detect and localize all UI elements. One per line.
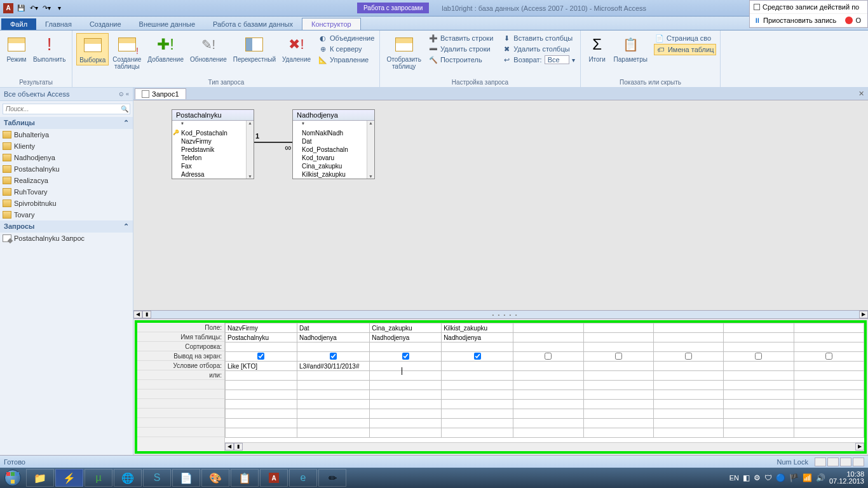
grid-cell[interactable] bbox=[513, 333, 583, 342]
grid-cell[interactable]: Postachalnyku bbox=[226, 333, 297, 342]
grid-scroll-h[interactable]: ◀▮ ▶ bbox=[225, 442, 864, 451]
tab-home[interactable]: Главная bbox=[36, 18, 81, 30]
grid-cell[interactable] bbox=[653, 371, 723, 381]
save-icon[interactable]: 💾 bbox=[15, 3, 27, 14]
grid-cell[interactable] bbox=[442, 409, 513, 419]
grid-cell[interactable] bbox=[724, 390, 794, 400]
show-checkbox[interactable] bbox=[257, 353, 264, 360]
grid-cell[interactable] bbox=[370, 419, 442, 428]
grid-cell[interactable] bbox=[653, 409, 723, 419]
search-input[interactable] bbox=[3, 104, 130, 114]
task-skype[interactable]: S bbox=[143, 469, 171, 487]
grid-cell[interactable] bbox=[513, 428, 583, 438]
view-button[interactable]: Режим bbox=[4, 33, 29, 64]
grid-cell[interactable]: Cina_zakupku bbox=[370, 323, 442, 333]
append-button[interactable]: ✚!Добавление bbox=[145, 33, 186, 64]
grid-cell[interactable] bbox=[794, 428, 864, 438]
grid-cell[interactable] bbox=[724, 428, 794, 438]
grid-cell[interactable] bbox=[794, 409, 864, 419]
grid-cell[interactable] bbox=[370, 390, 442, 400]
tray-icon-4[interactable]: 🔵 bbox=[776, 473, 785, 482]
grid-cell[interactable] bbox=[513, 323, 583, 333]
table-field[interactable]: Kilkist_zakupku bbox=[293, 170, 374, 179]
grid-cell[interactable] bbox=[226, 381, 297, 390]
grid-cell[interactable] bbox=[794, 400, 864, 409]
table-field[interactable]: Cina_zakupku bbox=[293, 162, 374, 170]
grid-cell[interactable] bbox=[226, 371, 297, 381]
grid-cell[interactable] bbox=[724, 352, 794, 362]
grid-cell[interactable] bbox=[583, 323, 653, 333]
clock[interactable]: 10:38 07.12.2013 bbox=[829, 471, 864, 485]
table-names-button[interactable]: 🏷Имена таблиц bbox=[654, 44, 717, 55]
union-button[interactable]: ◐Объединение bbox=[317, 33, 376, 43]
grid-cell[interactable] bbox=[653, 381, 723, 390]
show-checkbox[interactable] bbox=[330, 353, 337, 360]
grid-cell[interactable] bbox=[226, 409, 297, 419]
redo-icon[interactable]: ↷▾ bbox=[41, 3, 52, 14]
grid-cell[interactable]: L3#and#30/11/2013# bbox=[297, 362, 369, 371]
table-box-nadhodjenya[interactable]: Nadhodjenya *NomNaklNadhDatKod_Postachal… bbox=[292, 109, 375, 179]
grid-cell[interactable] bbox=[794, 419, 864, 428]
grid-cell[interactable] bbox=[653, 362, 723, 371]
run-button[interactable]: !Выполнить bbox=[31, 33, 68, 64]
grid-cell[interactable] bbox=[442, 428, 513, 438]
scroll-right-icon[interactable]: ▶ bbox=[859, 311, 868, 318]
queries-section-header[interactable]: Запросы⌃ bbox=[0, 220, 133, 233]
grid-cell[interactable] bbox=[297, 409, 369, 419]
grid-cell[interactable] bbox=[442, 342, 513, 352]
scrollbar[interactable] bbox=[367, 121, 374, 179]
tray-volume-icon[interactable]: 🔊 bbox=[816, 473, 825, 482]
grid-cell[interactable] bbox=[513, 390, 583, 400]
delete-cols-button[interactable]: ✖Удалить столбцы bbox=[501, 44, 576, 54]
grid-cell[interactable] bbox=[794, 323, 864, 333]
grid-cell[interactable] bbox=[724, 409, 794, 419]
grid-cell[interactable]: NazvFirmy bbox=[226, 323, 297, 333]
grid-cell[interactable] bbox=[794, 342, 864, 352]
nav-table-item[interactable]: Realizacya bbox=[0, 175, 133, 186]
grid-cell[interactable] bbox=[226, 352, 297, 362]
table-field[interactable]: Kod_Postachaln bbox=[172, 129, 254, 137]
grid-cell[interactable] bbox=[583, 419, 653, 428]
tab-design[interactable]: Конструктор bbox=[302, 18, 361, 30]
task-access[interactable]: A bbox=[260, 469, 288, 487]
grid-cell[interactable] bbox=[653, 342, 723, 352]
grid-cell[interactable] bbox=[724, 333, 794, 342]
task-app-3[interactable]: 🎨 bbox=[201, 469, 229, 487]
view-button-4[interactable] bbox=[853, 458, 864, 466]
grid-cell[interactable]: Nadhodjenya bbox=[297, 333, 369, 342]
design-view-button[interactable] bbox=[840, 458, 851, 466]
grid-cell[interactable] bbox=[653, 323, 723, 333]
grid-cell[interactable] bbox=[513, 342, 583, 352]
grid-cell[interactable] bbox=[513, 381, 583, 390]
task-app-5[interactable]: ✏ bbox=[318, 469, 346, 487]
stop-icon[interactable] bbox=[845, 17, 853, 24]
grid-cell[interactable] bbox=[794, 362, 864, 371]
grid-cell[interactable] bbox=[794, 371, 864, 381]
grid-cell[interactable] bbox=[653, 352, 723, 362]
grid-cell[interactable] bbox=[226, 390, 297, 400]
task-app-1[interactable]: ⚡ bbox=[55, 469, 83, 487]
grid-cell[interactable] bbox=[583, 371, 653, 381]
delete-rows-button[interactable]: ➖Удалить строки bbox=[428, 44, 494, 54]
table-field[interactable]: * bbox=[172, 121, 254, 129]
grid-cell[interactable] bbox=[513, 409, 583, 419]
grid-cell[interactable] bbox=[442, 371, 513, 381]
grid-cell[interactable] bbox=[583, 362, 653, 371]
nav-table-item[interactable]: Tovary bbox=[0, 209, 133, 220]
grid-cell[interactable] bbox=[442, 400, 513, 409]
grid-cell[interactable] bbox=[226, 400, 297, 409]
grid-cell[interactable] bbox=[724, 419, 794, 428]
doc-tab-query1[interactable]: Запрос1 bbox=[135, 88, 186, 99]
grid-cell[interactable] bbox=[513, 371, 583, 381]
grid-cell[interactable] bbox=[653, 428, 723, 438]
grid-cell[interactable] bbox=[583, 333, 653, 342]
grid-cell[interactable] bbox=[370, 409, 442, 419]
grid-cell[interactable] bbox=[794, 333, 864, 342]
grid-cell[interactable] bbox=[370, 400, 442, 409]
grid-cell[interactable] bbox=[513, 352, 583, 362]
update-button[interactable]: ✎!Обновление bbox=[187, 33, 229, 64]
lang-indicator[interactable]: EN bbox=[729, 474, 739, 482]
grid-cell[interactable] bbox=[653, 390, 723, 400]
crosstab-button[interactable]: Перекрестный bbox=[231, 33, 278, 64]
grid-cell[interactable] bbox=[226, 342, 297, 352]
